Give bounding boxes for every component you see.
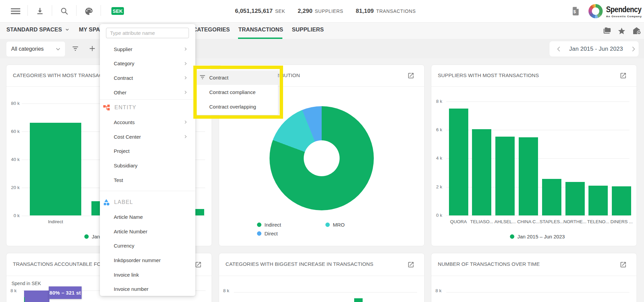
contract-submenu: ContractContract complianceContract over… — [197, 69, 278, 115]
plus-icon — [89, 46, 95, 51]
open-in-new-button[interactable] — [407, 261, 414, 269]
chevron-right-icon — [632, 46, 635, 52]
attribute-list: SupplierCategoryContractOtherENTITYAccou… — [100, 42, 195, 296]
spaces-folder-button[interactable] — [603, 23, 611, 39]
bar[interactable] — [519, 137, 538, 215]
legend-dot — [325, 223, 330, 227]
main-nav: STANDARD SPACES MY SPACES CATEGORIES TRA… — [0, 23, 644, 39]
home-add-icon — [632, 27, 641, 35]
open-in-new-button[interactable] — [407, 72, 414, 79]
open-in-new-button[interactable] — [619, 72, 627, 79]
menu-item-category[interactable]: Category — [100, 56, 195, 71]
legend-dot — [510, 234, 514, 239]
bar[interactable] — [30, 123, 81, 216]
attribute-search-input[interactable] — [106, 28, 189, 38]
bar[interactable] — [449, 109, 468, 215]
stat-total-spend: 6,051,125,617 SEK — [235, 8, 285, 15]
open-in-new-button[interactable] — [194, 261, 202, 269]
menu-item-accounts[interactable]: Accounts — [100, 115, 195, 130]
bar[interactable] — [542, 179, 561, 215]
theme-button[interactable] — [84, 0, 93, 22]
menu-item-article-number[interactable]: Article Number — [100, 224, 195, 239]
date-range-value[interactable]: Jan 2015 - Jun 2023 — [569, 46, 623, 52]
search-icon — [60, 7, 69, 16]
filter-button[interactable] — [72, 39, 79, 58]
donut-chart[interactable] — [270, 106, 374, 210]
download-button[interactable] — [35, 0, 45, 22]
menu-item-article-name[interactable]: Article Name — [100, 210, 195, 224]
card-header-divider — [219, 276, 424, 276]
stat-suppliers: 2,290 SUPPLIERS — [298, 8, 343, 15]
date-range-picker: Jan 2015 - Jun 2023 — [550, 41, 639, 56]
card-title: SUPPLIERS WITH MOST TRANSACTIONS — [438, 72, 539, 78]
nav-suppliers[interactable]: SUPPLIERS — [292, 23, 324, 39]
open-in-new-button[interactable] — [619, 261, 627, 269]
y-tick-label: 20 k — [6, 185, 20, 190]
y-tick-label: 4 k — [431, 156, 442, 161]
date-next-button[interactable] — [631, 46, 636, 52]
schema-icon — [103, 104, 110, 111]
y-tick-label: 0 k — [431, 213, 442, 218]
y-tick-label: 6 k — [431, 127, 442, 132]
menu-item-invoice-number[interactable]: Invoice number — [100, 282, 195, 296]
chart-legend: Jan 2015 – Jun 2023 — [510, 234, 565, 239]
nav-categories[interactable]: CATEGORIES — [193, 23, 230, 39]
search-button[interactable] — [60, 0, 69, 22]
stat-label: SEK — [275, 8, 285, 14]
menu-item-invoice-link[interactable]: Invoice link — [100, 268, 195, 282]
nav-standard-spaces[interactable]: STANDARD SPACES — [6, 23, 70, 39]
menu-item-cost-center[interactable]: Cost Center — [100, 130, 195, 144]
stat-transactions: 81,109 TRANSACTIONS — [356, 8, 416, 15]
y-tick-label: 8 k — [431, 99, 442, 104]
submenu-item-contract-compliance[interactable]: Contract compliance — [197, 85, 278, 99]
bar[interactable] — [612, 186, 631, 215]
chevron-right-icon — [183, 61, 188, 66]
favorites-button[interactable] — [618, 23, 626, 39]
category-filter-select[interactable]: All categories — [6, 42, 65, 56]
chevron-left-icon — [557, 46, 560, 52]
menu-item-subsidiary[interactable]: Subsidiary — [100, 158, 195, 173]
add-dashboard-button[interactable] — [632, 23, 641, 39]
y-tick-label: 0 k — [6, 213, 20, 218]
bar[interactable] — [588, 186, 608, 215]
menu-item-other[interactable]: Other — [100, 85, 195, 100]
menu-section-header-entity: ENTITY — [100, 100, 195, 115]
submenu-item-contract-overlapping[interactable]: Contract overlapping — [197, 99, 278, 114]
menu-section-divider — [100, 191, 195, 191]
currency-badge[interactable]: SEK — [111, 7, 124, 15]
chart-note: Spend in SEK — [12, 281, 41, 286]
card-title: CATEGORIES WITH BIGGEST INCREASE IN TRAN… — [226, 261, 373, 267]
legend-item-mro: MRO — [325, 222, 345, 228]
invoice-document-icon[interactable]: $ — [573, 7, 579, 17]
divider — [101, 5, 101, 16]
submenu-item-contract[interactable]: Contract — [197, 70, 278, 85]
bar[interactable] — [565, 182, 585, 215]
menu-item-ink-psorder-nummer[interactable]: Inköpsorder nummer — [100, 253, 195, 268]
filter-icon — [200, 75, 205, 79]
menu-item-supplier[interactable]: Supplier — [100, 42, 195, 56]
brand-logo[interactable]: Spendency An Onventis Company — [588, 0, 640, 22]
menu-item-contract[interactable]: Contract — [100, 71, 195, 85]
bar[interactable] — [495, 137, 515, 215]
card-categories-biggest-increase: CATEGORIES WITH BIGGEST INCREASE IN TRAN… — [219, 253, 425, 302]
open-in-new-icon — [407, 261, 414, 268]
add-filter-button[interactable] — [89, 39, 95, 58]
date-prev-button[interactable] — [556, 46, 561, 52]
legend-dot — [257, 223, 261, 227]
menu-item-currency[interactable]: Currency — [100, 239, 195, 253]
attribute-dropdown-menu: SupplierCategoryContractOtherENTITYAccou… — [100, 24, 195, 296]
bar[interactable] — [24, 291, 49, 302]
open-in-new-icon — [407, 72, 414, 79]
menu-button[interactable] — [9, 0, 22, 22]
gridline — [446, 292, 629, 293]
legend-dot — [257, 231, 261, 236]
bar[interactable] — [354, 298, 363, 302]
nav-transactions[interactable]: TRANSACTIONS — [238, 23, 283, 39]
y-tick-label: 80 k — [6, 101, 20, 106]
y-tick-label: 40 k — [6, 157, 20, 162]
bar[interactable] — [472, 129, 491, 215]
menu-item-test[interactable]: Test — [100, 173, 195, 187]
stat-value: 81,109 — [356, 8, 374, 15]
menu-item-project[interactable]: Project — [100, 144, 195, 159]
hamburger-icon — [10, 7, 21, 15]
